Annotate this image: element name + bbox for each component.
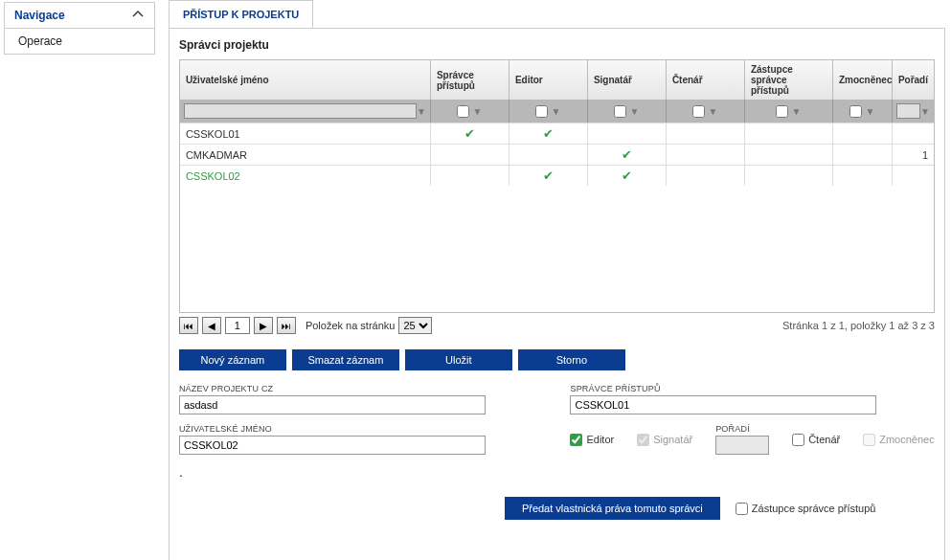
col-poradi[interactable]: Pořadí	[893, 60, 934, 100]
table-cell: ✔	[588, 166, 667, 186]
table-cell	[745, 145, 833, 165]
filter-icon[interactable]: ▼	[791, 106, 801, 117]
save-button[interactable]: Uložit	[405, 349, 512, 370]
form-area: NÁZEV PROJEKTU CZ UŽIVATELSKÉ JMÉNO . SP…	[179, 384, 935, 480]
table-cell	[893, 123, 934, 144]
pager-first-button[interactable]: ⏮	[179, 317, 198, 334]
delete-button[interactable]: Smazat záznam	[292, 349, 399, 370]
sidebar-item-operace[interactable]: Operace	[5, 28, 154, 54]
table-cell: 1	[893, 145, 934, 165]
zmoc-checkbox-wrap: Zmocněnec	[863, 434, 934, 446]
ctenar-checkbox[interactable]	[792, 434, 804, 446]
filter-signatar-chk[interactable]	[614, 105, 626, 118]
filter-icon[interactable]: ▼	[708, 106, 717, 117]
table-cell: CMKADMAR	[180, 145, 431, 165]
cancel-button[interactable]: Storno	[518, 349, 625, 370]
table-cell	[431, 145, 509, 165]
user-label: UŽIVATELSKÉ JMÉNO	[179, 424, 544, 434]
poradi-label: POŘADÍ	[715, 424, 769, 434]
table-cell	[588, 123, 667, 144]
filter-user-input[interactable]	[184, 103, 417, 119]
per-page-select[interactable]: 25	[398, 317, 432, 334]
tab-pristup[interactable]: PŘÍSTUP K PROJEKTU	[169, 0, 313, 28]
table-row[interactable]: CSSKOL01✔✔	[180, 123, 934, 144]
table-row[interactable]: CMKADMAR✔1	[180, 144, 934, 165]
filter-poradi-input[interactable]	[896, 103, 920, 119]
filter-zastupce-chk[interactable]	[776, 105, 788, 118]
check-icon: ✔	[622, 168, 632, 183]
ctenar-checkbox-wrap[interactable]: Čtenář	[792, 434, 840, 446]
nav-header-label: Navigace	[14, 9, 65, 22]
col-ctenar[interactable]: Čtenář	[667, 60, 745, 100]
zastupce-checkbox[interactable]	[736, 503, 748, 515]
signatar-checkbox-wrap: Signatář	[637, 434, 692, 446]
filter-icon[interactable]: ▼	[920, 106, 930, 117]
table-cell: CSSKOL02	[180, 166, 431, 186]
filter-icon[interactable]: ▼	[865, 106, 874, 117]
period-marker: .	[179, 464, 544, 480]
check-icon: ✔	[543, 168, 554, 183]
table-cell: ✔	[509, 166, 588, 186]
table-cell	[509, 145, 588, 165]
button-row: Nový záznam Smazat záznam Uložit Storno	[179, 349, 935, 370]
filter-icon[interactable]: ▼	[629, 106, 639, 117]
editor-checkbox-wrap[interactable]: Editor	[570, 434, 614, 446]
col-zmoc[interactable]: Zmocněnec	[833, 60, 893, 100]
per-page-label: Položek na stránku	[306, 320, 396, 331]
table-cell: ✔	[509, 123, 588, 144]
filter-spravce-chk[interactable]	[457, 105, 469, 118]
check-icon: ✔	[464, 126, 475, 141]
table-row[interactable]: CSSKOL02✔✔	[180, 165, 934, 186]
zmoc-checkbox	[863, 434, 875, 446]
access-mgr-label: SPRÁVCE PŘÍSTUPŮ	[570, 384, 935, 393]
check-icon: ✔	[543, 126, 554, 141]
filter-icon[interactable]: ▼	[472, 106, 482, 117]
table-cell	[667, 123, 745, 144]
users-grid: Uživatelské jméno Správce přístupů Edito…	[179, 59, 935, 313]
project-name-field[interactable]	[179, 395, 486, 414]
access-mgr-field[interactable]	[570, 395, 876, 414]
table-cell	[833, 123, 893, 144]
pager-page-input[interactable]	[225, 317, 250, 334]
filter-icon[interactable]: ▼	[417, 106, 426, 117]
pager-next-button[interactable]: ▶	[254, 317, 273, 334]
editor-checkbox[interactable]	[570, 434, 582, 446]
nav-header[interactable]: Navigace	[5, 3, 154, 28]
table-cell	[893, 166, 934, 186]
transfer-button[interactable]: Předat vlastnická práva tomuto správci	[505, 497, 720, 520]
table-cell	[833, 145, 893, 165]
filter-ctenar-chk[interactable]	[692, 105, 705, 118]
signatar-checkbox	[637, 434, 649, 446]
grid-body: CSSKOL01✔✔CMKADMAR✔1CSSKOL02✔✔	[180, 123, 934, 312]
table-cell: CSSKOL01	[180, 123, 431, 144]
grid-header: Uživatelské jméno Správce přístupů Edito…	[180, 60, 934, 100]
project-name-label: NÁZEV PROJEKTU CZ	[179, 384, 544, 393]
col-editor[interactable]: Editor	[509, 60, 588, 100]
table-cell	[745, 123, 833, 144]
table-cell: ✔	[431, 123, 509, 144]
poradi-field	[715, 436, 769, 455]
pager-last-button[interactable]: ⏭	[277, 317, 296, 334]
bottom-row: Předat vlastnická práva tomuto správci Z…	[179, 497, 935, 520]
user-field[interactable]	[179, 436, 486, 455]
main-panel: Správci projektu Uživatelské jméno Správ…	[169, 28, 945, 560]
col-signatar[interactable]: Signatář	[588, 60, 667, 100]
filter-zmoc-chk[interactable]	[849, 105, 862, 118]
section-title: Správci projektu	[179, 38, 935, 52]
table-cell: ✔	[588, 145, 667, 165]
col-user[interactable]: Uživatelské jméno	[180, 60, 431, 100]
filter-icon[interactable]: ▼	[551, 106, 560, 117]
table-cell	[431, 166, 509, 186]
col-zastupce[interactable]: Zástupce správce přístupů	[745, 60, 833, 100]
table-cell	[667, 166, 745, 186]
col-spravce[interactable]: Správce přístupů	[431, 60, 509, 100]
zastupce-checkbox-wrap[interactable]: Zástupce správce přístupů	[736, 503, 876, 515]
new-button[interactable]: Nový záznam	[179, 349, 286, 370]
pager-info: Stránka 1 z 1, položky 1 až 3 z 3	[782, 320, 935, 331]
pager-prev-button[interactable]: ◀	[202, 317, 221, 334]
check-icon: ✔	[622, 147, 632, 162]
chevron-up-icon	[131, 9, 145, 22]
pager: ⏮ ◀ ▶ ⏭ Položek na stránku 25 Stránka 1 …	[179, 317, 935, 334]
table-cell	[833, 166, 893, 186]
filter-editor-chk[interactable]	[535, 105, 548, 118]
